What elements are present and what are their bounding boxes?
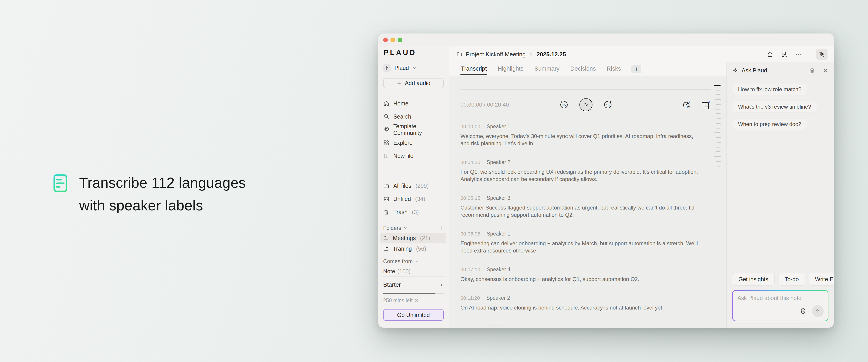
todo-button[interactable]: To-do bbox=[778, 273, 805, 285]
share-icon bbox=[767, 51, 774, 58]
avatar: h bbox=[383, 64, 391, 72]
breadcrumb-folder[interactable]: Project Kickoff Meeting bbox=[466, 51, 526, 58]
audio-progress-bar[interactable] bbox=[460, 89, 711, 90]
clear-chat-button[interactable] bbox=[809, 67, 815, 74]
send-button[interactable] bbox=[812, 305, 824, 317]
close-window-button[interactable] bbox=[383, 37, 388, 42]
get-insights-button[interactable]: Get insights bbox=[732, 273, 775, 285]
entry-timestamp: 00:11:20 bbox=[460, 295, 480, 301]
sidebar-item-note[interactable]: Note (100) bbox=[383, 266, 444, 277]
suggestion-chip[interactable]: When to prep review doc? bbox=[732, 118, 807, 130]
timeline-scrubber[interactable] bbox=[714, 85, 721, 167]
transcript-entry[interactable]: 00:05:15Speaker 3 Customer Success flagg… bbox=[460, 195, 704, 219]
sidebar-item-new-file[interactable]: New file bbox=[383, 149, 444, 163]
sidebar-item-unfiled[interactable]: Unfiled (34) bbox=[383, 193, 444, 206]
entry-text: For Q1, we should lock onboarding UX red… bbox=[460, 168, 704, 183]
add-audio-button[interactable]: Add audio bbox=[383, 78, 444, 88]
transcript-entry[interactable]: 00:00:00Speaker 1 Welcome, everyone. Tod… bbox=[460, 123, 704, 147]
sidebar-item-home[interactable]: Home bbox=[383, 97, 444, 110]
note-header: Project Kickoff Meeting 2025.12.25 bbox=[449, 46, 834, 62]
ask-input-container bbox=[732, 290, 829, 321]
transcript-document-icon bbox=[53, 174, 67, 192]
tab-transcript[interactable]: Transcript bbox=[460, 63, 487, 75]
entry-timestamp: 00:04:30 bbox=[460, 160, 480, 165]
folder-icon bbox=[383, 183, 390, 189]
sidebar-item-trash[interactable]: Trash (3) bbox=[383, 206, 444, 219]
ai-sparkle-icon bbox=[818, 51, 825, 58]
info-icon bbox=[414, 299, 418, 303]
tab-decisions[interactable]: Decisions bbox=[570, 63, 596, 75]
deep-think-button[interactable] bbox=[799, 307, 807, 315]
panel-title: Ask Plaud bbox=[742, 67, 767, 74]
search-note-button[interactable] bbox=[781, 51, 787, 58]
player-time: 00:00:00 / 00:20:40 bbox=[460, 102, 509, 108]
plan-name: Starter bbox=[383, 281, 401, 288]
entry-speaker[interactable]: Speaker 2 bbox=[487, 159, 510, 165]
share-button[interactable] bbox=[767, 51, 774, 58]
ask-plaud-input[interactable] bbox=[733, 291, 828, 305]
tab-summary[interactable]: Summary bbox=[534, 63, 560, 75]
brain-head-icon bbox=[799, 307, 807, 315]
player-controls: 00:00:00 / 00:20:40 15 15 bbox=[460, 98, 711, 111]
comes-from-section-header[interactable]: Comes from bbox=[383, 256, 444, 266]
entry-text: Customer Success flagged support automat… bbox=[460, 204, 704, 219]
ai-sparkle-icon bbox=[732, 67, 738, 74]
play-icon bbox=[583, 102, 589, 108]
trash-icon bbox=[809, 67, 815, 74]
forward-15-icon: 15 bbox=[603, 100, 613, 110]
account-name: Plaud bbox=[395, 65, 409, 71]
playback-speed-button[interactable]: 1X bbox=[681, 100, 691, 110]
ask-plaud-toggle-button[interactable] bbox=[816, 49, 828, 60]
plaud-logo: PLAUD bbox=[383, 49, 444, 57]
entry-speaker[interactable]: Speaker 4 bbox=[486, 324, 510, 328]
suggestion-chip[interactable]: How to fix low role match? bbox=[732, 84, 807, 95]
suggestion-chip[interactable]: What's the v3 review timeline? bbox=[732, 101, 817, 112]
entry-speaker[interactable]: Speaker 2 bbox=[486, 295, 510, 301]
transcript-entry[interactable]: 00:07:10Speaker 4 Okay, consensus is onb… bbox=[460, 267, 704, 283]
entry-speaker[interactable]: Speaker 4 bbox=[487, 267, 510, 273]
trim-audio-button[interactable] bbox=[701, 100, 711, 110]
entry-timestamp: 00:07:10 bbox=[460, 267, 480, 273]
close-panel-button[interactable] bbox=[823, 67, 829, 73]
chevron-right-icon bbox=[439, 283, 444, 287]
sidebar-item-explore[interactable]: Explore bbox=[383, 136, 444, 149]
add-tab-button[interactable]: + bbox=[631, 65, 641, 73]
sidebar-item-all-files[interactable]: All files (299) bbox=[383, 179, 444, 193]
plan-minutes-left: 250 mins left bbox=[383, 298, 412, 304]
plan-header[interactable]: Starter bbox=[383, 281, 444, 288]
note-tabbar: Transcript Highlights Summary Decisions … bbox=[449, 62, 726, 76]
more-options-button[interactable] bbox=[795, 51, 802, 58]
transcript-pane: 00:00:00 / 00:20:40 15 15 bbox=[449, 76, 726, 328]
entry-speaker[interactable]: Speaker 1 bbox=[487, 231, 510, 237]
entry-speaker[interactable]: Speaker 1 bbox=[487, 123, 510, 130]
skip-back-15-button[interactable]: 15 bbox=[559, 100, 569, 110]
sidebar-item-template-community[interactable]: Template Community bbox=[383, 123, 444, 136]
trim-crop-icon bbox=[701, 100, 711, 110]
entry-speaker[interactable]: Speaker 3 bbox=[487, 195, 510, 201]
go-unlimited-button[interactable]: Go Unlimited bbox=[383, 309, 444, 321]
transcript-entry[interactable]: 00:11:20Speaker 2 On AI roadmap: voice c… bbox=[460, 295, 704, 311]
sidebar-folder-traning[interactable]: Traning (56) bbox=[380, 244, 446, 254]
tab-highlights[interactable]: Highlights bbox=[497, 63, 524, 75]
transcript-entry[interactable]: 00:04:30Speaker 2 For Q1, we should lock… bbox=[460, 159, 704, 183]
play-button[interactable] bbox=[579, 98, 592, 111]
folders-section-header[interactable]: Folders bbox=[383, 223, 444, 233]
inbox-icon bbox=[383, 196, 390, 202]
breadcrumb-date[interactable]: 2025.12.25 bbox=[536, 51, 566, 58]
transcript-entry[interactable]: 00:11:55Speaker 4 bbox=[460, 324, 704, 328]
quick-actions: Get insights To-do Write Email bbox=[732, 273, 834, 285]
app-grid-icon bbox=[383, 140, 390, 146]
write-email-button[interactable]: Write Email bbox=[809, 273, 834, 285]
sidebar-item-search[interactable]: Search bbox=[383, 110, 444, 123]
ask-plaud-panel: Ask Plaud How to fix low role match? Wha… bbox=[727, 62, 834, 328]
entry-text: Engineering can deliver onboarding + ana… bbox=[460, 240, 704, 254]
sidebar-library: All files (299) Unfiled (34) Trash (3) bbox=[383, 179, 444, 219]
transcript-entry[interactable]: 00:06:05Speaker 1 Engineering can delive… bbox=[460, 231, 704, 254]
sidebar-folder-meetings[interactable]: Meetings (21) bbox=[380, 233, 446, 244]
skip-forward-15-button[interactable]: 15 bbox=[603, 100, 613, 110]
add-folder-button[interactable] bbox=[439, 226, 444, 230]
tab-risks[interactable]: Risks bbox=[606, 63, 622, 75]
account-switcher[interactable]: h Plaud bbox=[383, 64, 444, 72]
zoom-window-button[interactable] bbox=[398, 37, 402, 42]
minimize-window-button[interactable] bbox=[391, 37, 395, 42]
